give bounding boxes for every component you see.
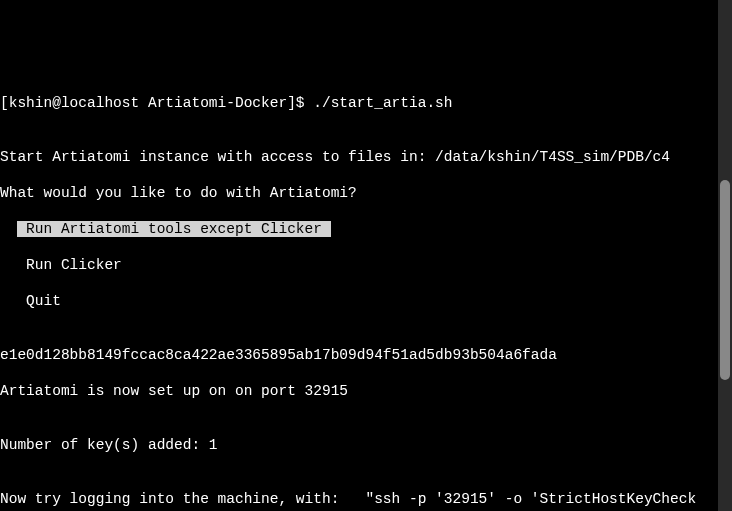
scrollbar-track[interactable] (718, 0, 732, 511)
menu-item[interactable]: Run Clicker (0, 256, 732, 274)
scrollbar-thumb[interactable] (720, 180, 730, 380)
output-line: Start Artiatomi instance with access to … (0, 148, 732, 166)
output-line: What would you like to do with Artiatomi… (0, 184, 732, 202)
shell-prompt: [kshin@localhost Artiatomi-Docker]$ (0, 95, 313, 111)
command-text: ./start_artia.sh (313, 95, 452, 111)
terminal-output: [kshin@localhost Artiatomi-Docker]$ ./st… (0, 76, 732, 511)
output-line: e1e0d128bb8149fccac8ca422ae3365895ab17b0… (0, 346, 732, 364)
menu-item[interactable]: Quit (0, 292, 732, 310)
menu-line: Run Artiatomi tools except Clicker (0, 220, 732, 238)
output-line: Now try logging into the machine, with: … (0, 490, 732, 508)
output-line: Number of key(s) added: 1 (0, 436, 732, 454)
output-line: Artiatomi is now set up on on port 32915 (0, 382, 732, 400)
menu-item-selected[interactable]: Run Artiatomi tools except Clicker (17, 221, 330, 237)
